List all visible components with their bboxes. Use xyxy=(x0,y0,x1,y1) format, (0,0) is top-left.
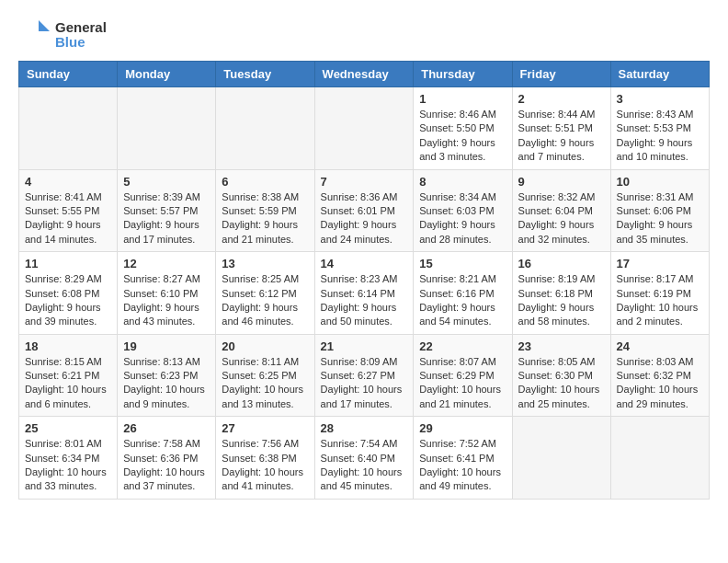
day-number: 5 xyxy=(123,175,210,189)
calendar-cell: 3Sunrise: 8:43 AM Sunset: 5:53 PM Daylig… xyxy=(610,87,709,170)
day-info: Sunrise: 8:13 AM Sunset: 6:23 PM Dayligh… xyxy=(123,355,210,412)
calendar-cell: 7Sunrise: 8:36 AM Sunset: 6:01 PM Daylig… xyxy=(314,169,414,252)
calendar-cell: 17Sunrise: 8:17 AM Sunset: 6:19 PM Dayli… xyxy=(610,252,709,335)
day-info: Sunrise: 7:52 AM Sunset: 6:41 PM Dayligh… xyxy=(419,437,506,494)
day-info: Sunrise: 8:39 AM Sunset: 5:57 PM Dayligh… xyxy=(123,190,210,247)
day-info: Sunrise: 8:11 AM Sunset: 6:25 PM Dayligh… xyxy=(222,355,308,412)
calendar-cell: 19Sunrise: 8:13 AM Sunset: 6:23 PM Dayli… xyxy=(118,334,216,417)
weekday-header-thursday: Thursday xyxy=(414,62,512,87)
calendar-cell: 27Sunrise: 7:56 AM Sunset: 6:38 PM Dayli… xyxy=(216,417,314,500)
weekday-header-tuesday: Tuesday xyxy=(216,62,314,87)
weekday-header-saturday: Saturday xyxy=(610,62,709,87)
weekday-header-sunday: Sunday xyxy=(19,62,118,87)
weekday-header-row: SundayMondayTuesdayWednesdayThursdayFrid… xyxy=(19,62,710,87)
calendar-cell: 25Sunrise: 8:01 AM Sunset: 6:34 PM Dayli… xyxy=(19,417,118,500)
day-info: Sunrise: 7:54 AM Sunset: 6:40 PM Dayligh… xyxy=(321,437,408,494)
day-number: 8 xyxy=(419,175,506,189)
svg-rect-0 xyxy=(18,18,51,52)
day-info: Sunrise: 8:01 AM Sunset: 6:34 PM Dayligh… xyxy=(25,437,111,494)
day-number: 28 xyxy=(321,421,408,435)
calendar-cell: 22Sunrise: 8:07 AM Sunset: 6:29 PM Dayli… xyxy=(414,334,512,417)
logo-blue: Blue xyxy=(55,35,107,51)
calendar-cell xyxy=(118,87,216,170)
day-info: Sunrise: 8:32 AM Sunset: 6:04 PM Dayligh… xyxy=(518,190,605,247)
day-info: Sunrise: 8:25 AM Sunset: 6:12 PM Dayligh… xyxy=(222,272,308,329)
calendar-cell: 2Sunrise: 8:44 AM Sunset: 5:51 PM Daylig… xyxy=(512,87,610,170)
day-number: 3 xyxy=(617,92,703,106)
calendar-week-row: 18Sunrise: 8:15 AM Sunset: 6:21 PM Dayli… xyxy=(19,334,710,417)
day-info: Sunrise: 8:09 AM Sunset: 6:27 PM Dayligh… xyxy=(321,355,408,412)
calendar-cell: 11Sunrise: 8:29 AM Sunset: 6:08 PM Dayli… xyxy=(19,252,118,335)
day-info: Sunrise: 8:38 AM Sunset: 5:59 PM Dayligh… xyxy=(222,190,308,247)
day-info: Sunrise: 7:56 AM Sunset: 6:38 PM Dayligh… xyxy=(222,437,308,494)
calendar-cell: 28Sunrise: 7:54 AM Sunset: 6:40 PM Dayli… xyxy=(314,417,414,500)
calendar-cell: 21Sunrise: 8:09 AM Sunset: 6:27 PM Dayli… xyxy=(314,334,414,417)
day-info: Sunrise: 8:19 AM Sunset: 6:18 PM Dayligh… xyxy=(518,272,605,329)
svg-marker-1 xyxy=(39,20,50,31)
calendar-cell: 1Sunrise: 8:46 AM Sunset: 5:50 PM Daylig… xyxy=(414,87,512,170)
day-number: 29 xyxy=(419,421,506,435)
calendar-cell xyxy=(610,417,709,500)
page-header: General Blue xyxy=(18,18,710,52)
calendar-cell: 16Sunrise: 8:19 AM Sunset: 6:18 PM Dayli… xyxy=(512,252,610,335)
day-info: Sunrise: 8:03 AM Sunset: 6:32 PM Dayligh… xyxy=(617,355,703,412)
day-info: Sunrise: 8:34 AM Sunset: 6:03 PM Dayligh… xyxy=(419,190,506,247)
calendar-cell: 10Sunrise: 8:31 AM Sunset: 6:06 PM Dayli… xyxy=(610,169,709,252)
calendar-week-row: 4Sunrise: 8:41 AM Sunset: 5:55 PM Daylig… xyxy=(19,169,710,252)
calendar-cell: 23Sunrise: 8:05 AM Sunset: 6:30 PM Dayli… xyxy=(512,334,610,417)
day-number: 26 xyxy=(123,421,210,435)
day-info: Sunrise: 8:46 AM Sunset: 5:50 PM Dayligh… xyxy=(419,108,506,165)
day-number: 17 xyxy=(617,257,703,270)
calendar-cell: 6Sunrise: 8:38 AM Sunset: 5:59 PM Daylig… xyxy=(216,169,314,252)
calendar-table: SundayMondayTuesdayWednesdayThursdayFrid… xyxy=(18,61,710,500)
day-info: Sunrise: 8:23 AM Sunset: 6:14 PM Dayligh… xyxy=(321,272,408,329)
calendar-cell xyxy=(19,87,118,170)
day-info: Sunrise: 8:07 AM Sunset: 6:29 PM Dayligh… xyxy=(419,355,506,412)
logo-general: General xyxy=(55,20,107,36)
calendar-cell: 13Sunrise: 8:25 AM Sunset: 6:12 PM Dayli… xyxy=(216,252,314,335)
day-info: Sunrise: 8:17 AM Sunset: 6:19 PM Dayligh… xyxy=(617,272,703,329)
day-number: 25 xyxy=(25,421,111,435)
day-number: 7 xyxy=(321,175,408,189)
day-info: Sunrise: 8:15 AM Sunset: 6:21 PM Dayligh… xyxy=(25,355,111,412)
day-info: Sunrise: 8:21 AM Sunset: 6:16 PM Dayligh… xyxy=(419,272,506,329)
calendar-cell: 4Sunrise: 8:41 AM Sunset: 5:55 PM Daylig… xyxy=(19,169,118,252)
calendar-cell: 24Sunrise: 8:03 AM Sunset: 6:32 PM Dayli… xyxy=(610,334,709,417)
calendar-cell xyxy=(216,87,314,170)
day-info: Sunrise: 7:58 AM Sunset: 6:36 PM Dayligh… xyxy=(123,437,210,494)
day-number: 24 xyxy=(617,339,703,353)
calendar-cell: 5Sunrise: 8:39 AM Sunset: 5:57 PM Daylig… xyxy=(118,169,216,252)
day-info: Sunrise: 8:05 AM Sunset: 6:30 PM Dayligh… xyxy=(518,355,605,412)
day-number: 11 xyxy=(25,257,111,270)
day-number: 16 xyxy=(518,257,605,270)
day-number: 2 xyxy=(518,92,605,106)
day-number: 13 xyxy=(222,257,308,270)
calendar-cell: 8Sunrise: 8:34 AM Sunset: 6:03 PM Daylig… xyxy=(414,169,512,252)
day-info: Sunrise: 8:43 AM Sunset: 5:53 PM Dayligh… xyxy=(617,108,703,165)
weekday-header-wednesday: Wednesday xyxy=(314,62,414,87)
day-number: 14 xyxy=(321,257,408,270)
day-info: Sunrise: 8:29 AM Sunset: 6:08 PM Dayligh… xyxy=(25,272,111,329)
calendar-cell: 12Sunrise: 8:27 AM Sunset: 6:10 PM Dayli… xyxy=(118,252,216,335)
day-number: 12 xyxy=(123,257,210,270)
day-number: 15 xyxy=(419,257,506,270)
logo: General Blue xyxy=(18,18,107,52)
calendar-cell: 9Sunrise: 8:32 AM Sunset: 6:04 PM Daylig… xyxy=(512,169,610,252)
day-number: 23 xyxy=(518,339,605,353)
day-number: 20 xyxy=(222,339,308,353)
day-info: Sunrise: 8:27 AM Sunset: 6:10 PM Dayligh… xyxy=(123,272,210,329)
day-info: Sunrise: 8:44 AM Sunset: 5:51 PM Dayligh… xyxy=(518,108,605,165)
calendar-cell: 14Sunrise: 8:23 AM Sunset: 6:14 PM Dayli… xyxy=(314,252,414,335)
weekday-header-monday: Monday xyxy=(118,62,216,87)
weekday-header-friday: Friday xyxy=(512,62,610,87)
day-number: 10 xyxy=(617,175,703,189)
day-number: 18 xyxy=(25,339,111,353)
day-number: 22 xyxy=(419,339,506,353)
day-number: 4 xyxy=(25,175,111,189)
calendar-cell: 18Sunrise: 8:15 AM Sunset: 6:21 PM Dayli… xyxy=(19,334,118,417)
day-number: 21 xyxy=(321,339,408,353)
day-info: Sunrise: 8:31 AM Sunset: 6:06 PM Dayligh… xyxy=(617,190,703,247)
calendar-week-row: 11Sunrise: 8:29 AM Sunset: 6:08 PM Dayli… xyxy=(19,252,710,335)
day-number: 6 xyxy=(222,175,308,189)
day-info: Sunrise: 8:41 AM Sunset: 5:55 PM Dayligh… xyxy=(25,190,111,247)
